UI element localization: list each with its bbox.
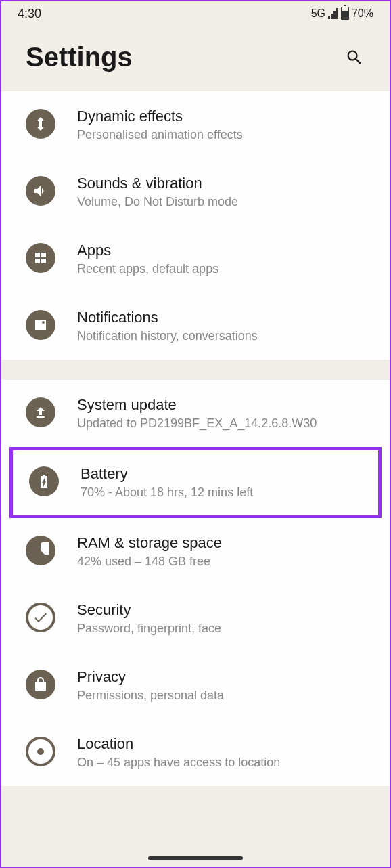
settings-item-sounds[interactable]: Sounds & vibration Volume, Do Not Distur… (1, 158, 390, 225)
item-title: Dynamic effects (77, 108, 365, 125)
shield-icon (26, 603, 55, 632)
settings-item-privacy[interactable]: Privacy Permissions, personal data (1, 652, 390, 719)
update-arrow-icon (26, 397, 55, 427)
item-title: Notifications (77, 309, 365, 326)
page-title: Settings (26, 42, 133, 72)
item-subtitle: On – 45 apps have access to location (77, 756, 365, 770)
item-title: Privacy (77, 668, 365, 686)
item-title: Sounds & vibration (77, 175, 365, 192)
item-title: Security (77, 601, 365, 619)
location-pin-icon (26, 737, 55, 766)
item-subtitle: Volume, Do Not Disturb mode (77, 195, 365, 209)
dynamic-effects-icon (26, 109, 55, 139)
item-title: Apps (77, 242, 365, 259)
settings-item-battery[interactable]: Battery 70% - About 18 hrs, 12 mins left (9, 447, 382, 518)
battery-percent: 70% (352, 7, 373, 20)
battery-charging-icon (29, 466, 59, 496)
settings-item-dynamic-effects[interactable]: Dynamic effects Personalised animation e… (1, 91, 390, 158)
settings-item-security[interactable]: Security Password, fingerprint, face (1, 585, 390, 652)
home-indicator[interactable] (148, 856, 243, 860)
search-icon (345, 48, 364, 67)
item-subtitle: Notification history, conversations (77, 329, 365, 343)
item-title: RAM & storage space (77, 534, 365, 552)
speaker-icon (26, 176, 55, 206)
status-right: 5G 70% (311, 7, 373, 20)
item-subtitle: Updated to PD2199BF_EX_A_14.2.6.8.W30 (77, 416, 365, 431)
item-subtitle: Personalised animation effects (77, 128, 365, 142)
item-title: Location (77, 735, 365, 753)
item-subtitle: Permissions, personal data (77, 689, 365, 703)
signal-icon (328, 8, 338, 19)
settings-section-2: System update Updated to PD2199BF_EX_A_1… (1, 380, 390, 786)
settings-item-location[interactable]: Location On – 45 apps have access to loc… (1, 719, 390, 786)
item-title: Battery (80, 465, 362, 483)
network-type: 5G (311, 7, 325, 20)
lock-icon (26, 670, 55, 699)
status-bar: 4:30 5G 70% (1, 1, 390, 26)
pie-chart-icon (26, 536, 55, 565)
item-subtitle: Recent apps, default apps (77, 262, 365, 276)
header: Settings (1, 26, 390, 91)
settings-item-system-update[interactable]: System update Updated to PD2199BF_EX_A_1… (1, 380, 390, 447)
battery-icon (341, 7, 349, 20)
item-subtitle: 42% used – 148 GB free (77, 555, 365, 569)
svg-point-0 (37, 748, 44, 755)
settings-item-apps[interactable]: Apps Recent apps, default apps (1, 225, 390, 292)
notifications-icon (26, 310, 55, 340)
item-title: System update (77, 396, 365, 414)
apps-grid-icon (26, 243, 55, 273)
search-button[interactable] (344, 47, 365, 68)
settings-section-1: Dynamic effects Personalised animation e… (1, 91, 390, 360)
settings-item-notifications[interactable]: Notifications Notification history, conv… (1, 292, 390, 360)
settings-item-storage[interactable]: RAM & storage space 42% used – 148 GB fr… (1, 518, 390, 585)
item-subtitle: 70% - About 18 hrs, 12 mins left (80, 485, 362, 500)
item-subtitle: Password, fingerprint, face (77, 622, 365, 636)
status-time: 4:30 (18, 7, 41, 21)
